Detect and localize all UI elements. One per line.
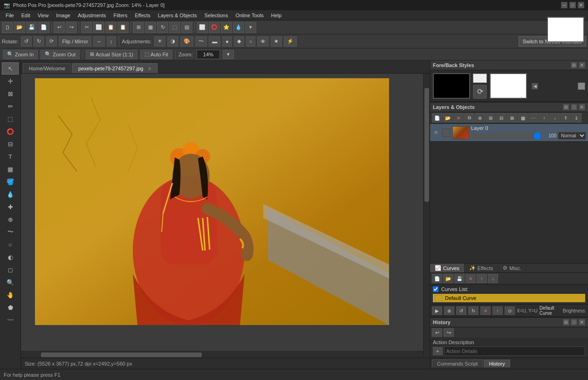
- tool-rect-select[interactable]: ⬚: [2, 113, 19, 125]
- curves-save-button[interactable]: 💾: [454, 274, 465, 283]
- menu-online-tools[interactable]: Online Tools: [232, 12, 267, 19]
- history-close-button[interactable]: ✕: [579, 319, 585, 326]
- fore-back-expand-button[interactable]: ◀: [532, 83, 538, 89]
- color-swap-button[interactable]: ⟳: [473, 85, 487, 99]
- menu-selections[interactable]: Selections: [201, 12, 232, 19]
- adj-contrast[interactable]: ◑: [167, 36, 178, 47]
- resize-button[interactable]: ⊞: [133, 22, 144, 33]
- tool-paint[interactable]: ✏: [2, 100, 19, 112]
- layers-more3-button[interactable]: ⊠: [507, 113, 517, 122]
- tab-home[interactable]: Home/Welcome: [23, 63, 71, 73]
- layers-new-button[interactable]: 📄: [432, 113, 442, 122]
- curves-delete-button[interactable]: ✕: [465, 274, 476, 283]
- curves-footer-btn-7[interactable]: ⊙: [505, 306, 515, 315]
- curves-footer-btn-1[interactable]: ▶: [432, 306, 442, 315]
- layers-merge-button[interactable]: ⊕: [475, 113, 485, 122]
- layers-float-button[interactable]: ⊟: [563, 104, 569, 110]
- undo-button[interactable]: ↩: [54, 22, 65, 33]
- rotate-cw-button[interactable]: ↻: [34, 36, 44, 47]
- adj-star2[interactable]: ⚡: [284, 36, 297, 47]
- lasso-tool[interactable]: ⭕: [209, 22, 220, 33]
- tool-path[interactable]: 〰: [2, 314, 19, 326]
- curves-up-button[interactable]: ↑: [477, 274, 487, 283]
- foreground-swatch[interactable]: [433, 73, 470, 99]
- curves-default-curve[interactable]: Default Curve: [433, 294, 585, 302]
- style-option-1[interactable]: [578, 82, 585, 90]
- tool-crop[interactable]: ⊟: [2, 138, 19, 150]
- layers-down-button[interactable]: ↓: [550, 113, 560, 122]
- layers-bottom-button[interactable]: ⇓: [571, 113, 581, 122]
- tool-healing[interactable]: ✚: [2, 201, 19, 213]
- curves-footer-btn-3[interactable]: ↺: [456, 306, 466, 315]
- curves-footer-btn-2[interactable]: ⊕: [444, 306, 454, 315]
- layers-duplicate-button[interactable]: ⧉: [464, 113, 474, 122]
- tool-transform[interactable]: ⊠: [2, 88, 19, 100]
- layers-expand-button[interactable]: □: [571, 104, 577, 110]
- fore-back-float-button[interactable]: ⊟: [571, 62, 577, 68]
- curves-footer-btn-4[interactable]: ↻: [468, 306, 479, 315]
- adj-color[interactable]: ●: [222, 36, 232, 47]
- actual-size-button[interactable]: ⊞ Actual Size (1:1): [86, 50, 137, 59]
- redo-button[interactable]: ↪: [66, 22, 77, 33]
- menu-view[interactable]: View: [34, 12, 53, 19]
- v-scroll-thumb[interactable]: [424, 88, 429, 202]
- curves-footer-btn-5[interactable]: ✕: [480, 306, 491, 315]
- menu-effects[interactable]: Effects: [131, 12, 154, 19]
- eyedrop-tool[interactable]: 💧: [233, 22, 244, 33]
- menu-help[interactable]: Help: [267, 12, 286, 19]
- layers-open-button[interactable]: 📂: [443, 113, 453, 122]
- history-action-input[interactable]: [444, 346, 585, 356]
- tool-hand[interactable]: 🤚: [2, 289, 19, 301]
- close-button[interactable]: ✕: [578, 2, 584, 8]
- tool-zoom[interactable]: 🔍: [2, 276, 19, 288]
- open-button[interactable]: 📂: [14, 22, 25, 33]
- zoom-dropdown-button[interactable]: ▾: [223, 50, 234, 59]
- history-undo-button[interactable]: ↩: [432, 328, 442, 337]
- save-button[interactable]: 💾: [26, 22, 37, 33]
- rotate-ccw-button[interactable]: ↺: [21, 36, 32, 47]
- magic-wand[interactable]: ⭐: [221, 22, 232, 33]
- curves-open-button[interactable]: 📂: [443, 274, 453, 283]
- menu-file[interactable]: File: [2, 12, 18, 19]
- cut-button[interactable]: ✂: [81, 22, 92, 33]
- layers-up-button[interactable]: ↑: [539, 113, 549, 122]
- history-redo-button[interactable]: ↪: [444, 328, 454, 337]
- fore-back-close-button[interactable]: ✕: [579, 62, 585, 68]
- history-expand-button[interactable]: □: [571, 319, 577, 326]
- save-as-button[interactable]: 📄: [38, 22, 49, 33]
- canvas-wrapper[interactable]: [21, 74, 430, 358]
- adj-levels[interactable]: ▬: [209, 36, 220, 47]
- tool-fill[interactable]: 🪣: [2, 176, 19, 188]
- tool-move[interactable]: ✛: [2, 75, 19, 87]
- adj-blur[interactable]: ○: [246, 36, 256, 47]
- layers-top-button[interactable]: ⇑: [561, 113, 571, 122]
- tool-dodge[interactable]: ◐: [2, 251, 19, 263]
- layers-more1-button[interactable]: ⊞: [485, 113, 496, 122]
- rotate-canvas-button[interactable]: ↻: [157, 22, 168, 33]
- layer-visibility-button[interactable]: 👁: [432, 129, 440, 137]
- layers-more2-button[interactable]: ⊟: [496, 113, 506, 122]
- layer-opacity-slider[interactable]: [471, 133, 541, 139]
- menu-filters[interactable]: Filters: [109, 12, 131, 19]
- more-tools[interactable]: ▾: [245, 22, 256, 33]
- zoom-input[interactable]: [197, 50, 220, 59]
- layer-lock-button[interactable]: [442, 129, 451, 137]
- small-color-swatch[interactable]: [473, 74, 487, 83]
- copy-button[interactable]: ⬜: [93, 22, 104, 33]
- adj-curves[interactable]: 〜: [195, 36, 207, 47]
- layers-more4-button[interactable]: ▦: [518, 113, 528, 122]
- tool-lasso[interactable]: ⭕: [2, 125, 19, 137]
- zoom-in-button[interactable]: 🔍 Zoom In: [3, 50, 38, 59]
- tab-history[interactable]: History: [484, 360, 510, 367]
- history-add-button[interactable]: +: [433, 347, 443, 355]
- rotate-free-button[interactable]: ⟳: [46, 36, 57, 47]
- background-swatch[interactable]: [490, 73, 527, 99]
- flip-v-button[interactable]: ↕: [107, 36, 116, 47]
- adj-brightness[interactable]: ☀: [154, 36, 165, 47]
- h-scroll-thumb[interactable]: [41, 353, 202, 357]
- tool-shapes[interactable]: ⬟: [2, 301, 19, 313]
- layers-close-button[interactable]: ✕: [579, 104, 585, 110]
- menu-image[interactable]: Image: [52, 12, 74, 19]
- layer-item-0[interactable]: 👁 Layer 0 100 Normal Multiply Screen: [430, 124, 588, 142]
- canvas-size-button[interactable]: ▦: [145, 22, 156, 33]
